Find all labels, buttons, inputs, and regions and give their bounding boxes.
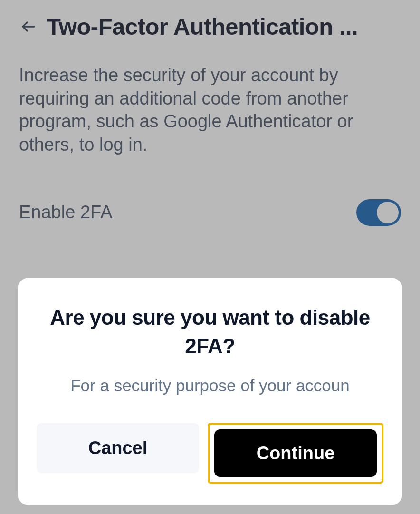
dialog-subtitle: For a security purpose of your accoun (37, 376, 383, 395)
continue-button[interactable]: Continue (214, 429, 377, 477)
continue-button-highlight: Continue (208, 423, 383, 484)
modal-overlay[interactable]: Are you sure you want to disable 2FA? Fo… (0, 0, 420, 514)
cancel-button[interactable]: Cancel (37, 423, 199, 473)
dialog-title: Are you sure you want to disable 2FA? (37, 303, 383, 360)
dialog-button-row: Cancel Continue (37, 423, 383, 484)
disable-2fa-dialog: Are you sure you want to disable 2FA? Fo… (18, 278, 402, 505)
